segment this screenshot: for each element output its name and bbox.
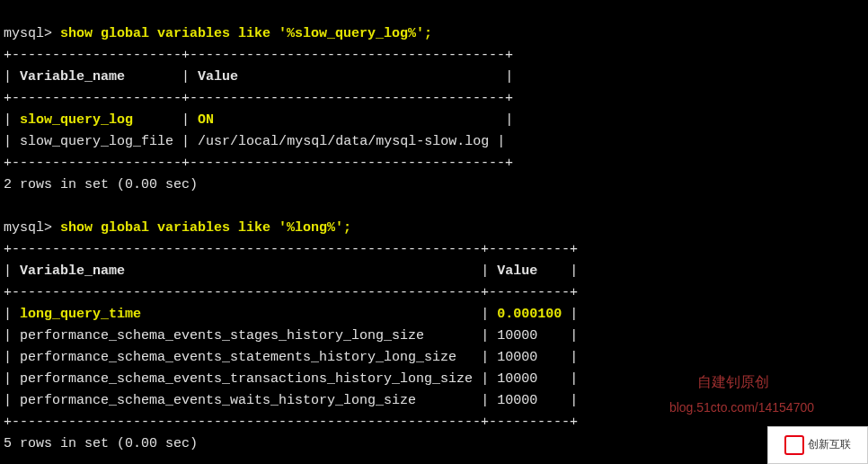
table2-header-col1: Variable_name <box>20 263 125 279</box>
q2row5-value: 10000 <box>497 393 537 408</box>
table1-border-bot: +---------------------+-----------------… <box>4 156 513 171</box>
terminal-output: mysql> show global variables like '%slow… <box>0 0 868 457</box>
query1-footer: 2 rows in set (0.00 sec) <box>4 177 198 192</box>
query1-command: show global variables like '%slow_query_… <box>60 26 432 41</box>
query2-command: show global variables like '%long%'; <box>60 220 351 236</box>
q2row5-name: performance_schema_events_waits_history_… <box>20 393 416 408</box>
q2row2-value: 10000 <box>497 328 537 344</box>
row2-name: slow_query_log_file <box>20 134 173 149</box>
table2-border-top: +---------------------------------------… <box>4 242 578 257</box>
mysql-prompt[interactable]: mysql> <box>4 26 52 41</box>
q2row3-name: performance_schema_events_statements_his… <box>20 350 456 365</box>
q2row1-name: long_query_time <box>20 307 141 322</box>
row2-value: /usr/local/mysql/data/mysql-slow.log <box>198 134 489 149</box>
q2row4-value: 10000 <box>497 371 537 387</box>
row1-value: ON <box>198 112 214 128</box>
row1-name: slow_query_log <box>20 112 133 128</box>
table2-border-mid: +---------------------------------------… <box>4 285 578 300</box>
table1-border-mid: +---------------------+-----------------… <box>4 91 513 106</box>
table1-header-col2: Value <box>198 69 238 85</box>
query2-footer: 5 rows in set (0.00 sec) <box>4 436 198 451</box>
q2row1-value: 0.000100 <box>497 307 562 322</box>
q2row4-name: performance_schema_events_transactions_h… <box>20 371 473 387</box>
table1-header-col1: Variable_name <box>20 69 125 85</box>
mysql-prompt2[interactable]: mysql> <box>4 220 52 236</box>
table2-border-bot: +---------------------------------------… <box>4 415 578 430</box>
q2row2-name: performance_schema_events_stages_history… <box>20 328 424 344</box>
table1-border-top: +---------------------+-----------------… <box>4 48 513 63</box>
table2-header-col2: Value <box>497 263 537 279</box>
q2row3-value: 10000 <box>497 350 537 365</box>
